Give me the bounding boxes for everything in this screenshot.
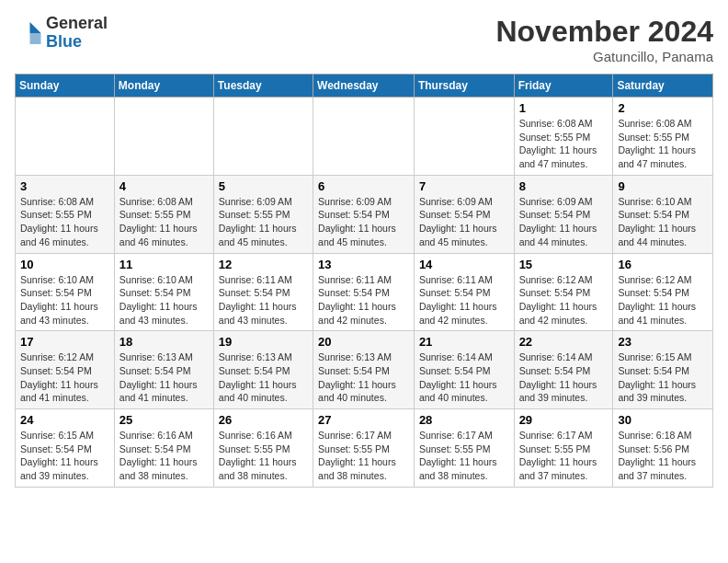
calendar-cell: 20Sunrise: 6:13 AM Sunset: 5:54 PM Dayli…: [313, 331, 415, 409]
day-number: 1: [519, 101, 609, 115]
day-info: Sunrise: 6:08 AM Sunset: 5:55 PM Dayligh…: [20, 195, 109, 249]
day-number: 2: [618, 101, 708, 115]
day-info: Sunrise: 6:08 AM Sunset: 5:55 PM Dayligh…: [618, 117, 708, 171]
weekday-monday: Monday: [114, 75, 213, 98]
calendar-cell: 4Sunrise: 6:08 AM Sunset: 5:55 PM Daylig…: [114, 175, 213, 253]
calendar-cell: 7Sunrise: 6:09 AM Sunset: 5:54 PM Daylig…: [414, 175, 514, 253]
svg-marker-1: [30, 33, 41, 44]
day-number: 12: [219, 258, 308, 271]
calendar-cell: 13Sunrise: 6:11 AM Sunset: 5:54 PM Dayli…: [313, 253, 415, 331]
day-number: 19: [219, 335, 308, 349]
weekday-tuesday: Tuesday: [213, 75, 313, 98]
calendar-cell: [313, 98, 415, 176]
calendar-cell: 17Sunrise: 6:12 AM Sunset: 5:54 PM Dayli…: [16, 331, 115, 409]
month-title: November 2024: [495, 15, 713, 49]
day-info: Sunrise: 6:09 AM Sunset: 5:54 PM Dayligh…: [318, 195, 409, 249]
day-info: Sunrise: 6:10 AM Sunset: 5:54 PM Dayligh…: [618, 195, 708, 249]
weekday-wednesday: Wednesday: [313, 75, 415, 98]
day-number: 24: [20, 413, 109, 427]
location-subtitle: Gatuncillo, Panama: [495, 49, 713, 64]
day-number: 26: [219, 413, 308, 427]
calendar-cell: [213, 98, 313, 176]
calendar-cell: 14Sunrise: 6:11 AM Sunset: 5:54 PM Dayli…: [414, 253, 514, 331]
calendar-cell: 16Sunrise: 6:12 AM Sunset: 5:54 PM Dayli…: [613, 253, 713, 331]
day-info: Sunrise: 6:18 AM Sunset: 5:56 PM Dayligh…: [618, 429, 708, 483]
day-info: Sunrise: 6:08 AM Sunset: 5:55 PM Dayligh…: [519, 117, 609, 171]
day-number: 21: [419, 335, 509, 349]
weekday-friday: Friday: [514, 75, 613, 98]
calendar-cell: [16, 98, 115, 176]
calendar-cell: 26Sunrise: 6:16 AM Sunset: 5:55 PM Dayli…: [213, 409, 313, 488]
day-info: Sunrise: 6:14 AM Sunset: 5:54 PM Dayligh…: [419, 350, 509, 405]
calendar-cell: [114, 98, 213, 176]
page-header: General Blue November 2024 Gatuncillo, P…: [15, 15, 713, 64]
day-number: 20: [318, 335, 409, 349]
day-info: Sunrise: 6:09 AM Sunset: 5:54 PM Dayligh…: [419, 195, 509, 249]
day-info: Sunrise: 6:16 AM Sunset: 5:55 PM Dayligh…: [219, 429, 308, 483]
day-info: Sunrise: 6:12 AM Sunset: 5:54 PM Dayligh…: [20, 350, 109, 405]
calendar-cell: 23Sunrise: 6:15 AM Sunset: 5:54 PM Dayli…: [613, 331, 713, 409]
week-row-4: 17Sunrise: 6:12 AM Sunset: 5:54 PM Dayli…: [16, 331, 713, 409]
logo-text: General Blue: [46, 15, 108, 52]
day-number: 10: [20, 258, 109, 271]
day-info: Sunrise: 6:17 AM Sunset: 5:55 PM Dayligh…: [519, 429, 609, 483]
day-info: Sunrise: 6:10 AM Sunset: 5:54 PM Dayligh…: [119, 273, 209, 327]
logo-icon: [15, 19, 42, 47]
day-info: Sunrise: 6:13 AM Sunset: 5:54 PM Dayligh…: [219, 350, 308, 405]
day-number: 29: [519, 413, 609, 427]
week-row-5: 24Sunrise: 6:15 AM Sunset: 5:54 PM Dayli…: [16, 409, 713, 488]
day-number: 9: [618, 179, 708, 193]
calendar-cell: 5Sunrise: 6:09 AM Sunset: 5:55 PM Daylig…: [213, 175, 313, 253]
calendar-cell: 28Sunrise: 6:17 AM Sunset: 5:55 PM Dayli…: [414, 409, 514, 488]
day-number: 30: [618, 413, 708, 427]
day-info: Sunrise: 6:11 AM Sunset: 5:54 PM Dayligh…: [219, 273, 308, 327]
day-number: 27: [318, 413, 409, 427]
day-info: Sunrise: 6:08 AM Sunset: 5:55 PM Dayligh…: [119, 195, 209, 249]
logo-general: General: [46, 14, 108, 32]
day-info: Sunrise: 6:09 AM Sunset: 5:54 PM Dayligh…: [519, 195, 609, 249]
day-number: 13: [318, 258, 409, 271]
day-info: Sunrise: 6:10 AM Sunset: 5:54 PM Dayligh…: [20, 273, 109, 327]
day-number: 6: [318, 179, 409, 193]
week-row-2: 3Sunrise: 6:08 AM Sunset: 5:55 PM Daylig…: [16, 175, 713, 253]
day-info: Sunrise: 6:13 AM Sunset: 5:54 PM Dayligh…: [318, 350, 409, 405]
day-number: 28: [419, 413, 509, 427]
calendar-cell: 11Sunrise: 6:10 AM Sunset: 5:54 PM Dayli…: [114, 253, 213, 331]
day-number: 25: [119, 413, 209, 427]
day-info: Sunrise: 6:12 AM Sunset: 5:54 PM Dayligh…: [618, 273, 708, 327]
day-info: Sunrise: 6:17 AM Sunset: 5:55 PM Dayligh…: [318, 429, 409, 483]
logo: General Blue: [15, 15, 108, 52]
logo-blue: Blue: [46, 32, 82, 51]
calendar-cell: 10Sunrise: 6:10 AM Sunset: 5:54 PM Dayli…: [16, 253, 115, 331]
calendar-cell: 25Sunrise: 6:16 AM Sunset: 5:54 PM Dayli…: [114, 409, 213, 488]
week-row-3: 10Sunrise: 6:10 AM Sunset: 5:54 PM Dayli…: [16, 253, 713, 331]
day-number: 7: [419, 179, 509, 193]
calendar-cell: 21Sunrise: 6:14 AM Sunset: 5:54 PM Dayli…: [414, 331, 514, 409]
calendar-cell: 9Sunrise: 6:10 AM Sunset: 5:54 PM Daylig…: [613, 175, 713, 253]
calendar-cell: 29Sunrise: 6:17 AM Sunset: 5:55 PM Dayli…: [514, 409, 613, 488]
calendar-cell: 3Sunrise: 6:08 AM Sunset: 5:55 PM Daylig…: [16, 175, 115, 253]
day-number: 15: [519, 258, 609, 271]
day-number: 8: [519, 179, 609, 193]
day-info: Sunrise: 6:16 AM Sunset: 5:54 PM Dayligh…: [119, 429, 209, 483]
day-info: Sunrise: 6:12 AM Sunset: 5:54 PM Dayligh…: [519, 273, 609, 327]
day-number: 3: [20, 179, 109, 193]
day-number: 17: [20, 335, 109, 349]
day-info: Sunrise: 6:14 AM Sunset: 5:54 PM Dayligh…: [519, 350, 609, 405]
day-number: 23: [618, 335, 708, 349]
svg-marker-0: [30, 22, 41, 33]
calendar-cell: 22Sunrise: 6:14 AM Sunset: 5:54 PM Dayli…: [514, 331, 613, 409]
calendar-cell: 19Sunrise: 6:13 AM Sunset: 5:54 PM Dayli…: [213, 331, 313, 409]
calendar-cell: 1Sunrise: 6:08 AM Sunset: 5:55 PM Daylig…: [514, 98, 613, 176]
day-number: 5: [219, 179, 308, 193]
weekday-saturday: Saturday: [613, 75, 713, 98]
calendar-cell: [414, 98, 514, 176]
calendar-cell: 8Sunrise: 6:09 AM Sunset: 5:54 PM Daylig…: [514, 175, 613, 253]
calendar-cell: 24Sunrise: 6:15 AM Sunset: 5:54 PM Dayli…: [16, 409, 115, 488]
weekday-header-row: SundayMondayTuesdayWednesdayThursdayFrid…: [16, 75, 713, 98]
calendar-cell: 30Sunrise: 6:18 AM Sunset: 5:56 PM Dayli…: [613, 409, 713, 488]
weekday-sunday: Sunday: [16, 75, 115, 98]
day-info: Sunrise: 6:11 AM Sunset: 5:54 PM Dayligh…: [318, 273, 409, 327]
day-number: 4: [119, 179, 209, 193]
calendar-cell: 27Sunrise: 6:17 AM Sunset: 5:55 PM Dayli…: [313, 409, 415, 488]
